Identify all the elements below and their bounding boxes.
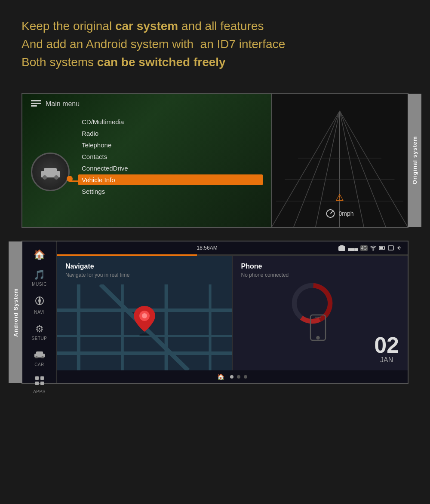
wifi-icon xyxy=(370,245,377,250)
svg-rect-1 xyxy=(44,168,57,173)
original-screen: Main menu CD/Multimedia Radio Telephone xyxy=(22,94,408,227)
phone-card: Phone No phone connected xyxy=(232,256,408,370)
sidebar-home[interactable]: 🏠 xyxy=(22,246,56,264)
svg-rect-28 xyxy=(40,376,44,380)
apps-icon xyxy=(35,376,44,388)
orig-menu-header: Main menu xyxy=(31,100,263,108)
android-bottom-nav: 🏠 xyxy=(57,370,408,383)
menu-item-settings: Settings xyxy=(78,186,263,197)
android-main: 18:56AM ▄▄▄ 4G xyxy=(57,241,408,383)
svg-rect-36 xyxy=(384,247,385,249)
android-system-label: Android System xyxy=(9,241,22,383)
menu-item-cd: CD/Multimedia xyxy=(78,116,263,127)
status-icons: ▄▄▄ 4G xyxy=(338,245,401,251)
road-view xyxy=(272,94,408,227)
android-sidebar: 🏠 🎵 MUSIC NAVI ⚙ SETUP xyxy=(22,241,57,383)
orig-left-panel: Main menu CD/Multimedia Radio Telephone xyxy=(22,94,272,227)
nav-dot-1 xyxy=(230,375,233,379)
svg-point-2 xyxy=(43,175,47,180)
location-pin xyxy=(132,304,157,336)
status-time: 18:56AM xyxy=(197,245,218,251)
menu-item-contacts: Contacts xyxy=(78,151,263,162)
camera-icon xyxy=(338,245,346,251)
svg-point-51 xyxy=(142,313,147,318)
android-cards: Navigate Navigate for you in real time xyxy=(57,256,408,370)
menu-item-telephone: Telephone xyxy=(78,140,263,150)
svg-rect-33 xyxy=(340,245,344,247)
svg-rect-27 xyxy=(35,376,39,380)
music-icon: 🎵 xyxy=(34,269,45,281)
svg-point-3 xyxy=(54,175,58,180)
header-line-3: Both systems can be switched freely xyxy=(22,53,408,71)
sidebar-car[interactable]: CAR xyxy=(22,346,56,370)
header-section: Keep the original car system and all fea… xyxy=(0,0,430,84)
svg-point-57 xyxy=(317,336,319,339)
signal-bars: ▄▄▄ xyxy=(348,245,358,250)
orig-car-icon xyxy=(31,153,70,191)
svg-point-34 xyxy=(373,250,374,250)
sidebar-navi[interactable]: NAVI xyxy=(22,292,56,318)
phone-subtitle: No phone connected xyxy=(241,272,399,278)
lte-badge: 4G xyxy=(360,245,368,251)
orig-menu-items: CD/Multimedia Radio Telephone Contacts C… xyxy=(78,116,263,197)
orig-right-panel: 45L xyxy=(272,94,408,227)
svg-rect-37 xyxy=(380,247,383,249)
car-icon xyxy=(34,350,46,361)
phone-title: Phone xyxy=(241,263,399,270)
navi-icon xyxy=(34,296,45,309)
speed-reading: 0mph xyxy=(326,209,353,218)
svg-rect-30 xyxy=(40,382,44,385)
sidebar-apps[interactable]: APPS xyxy=(22,373,56,397)
svg-rect-29 xyxy=(35,382,39,385)
menu-item-radio: Radio xyxy=(78,128,263,139)
bottom-home-icon: 🏠 xyxy=(217,373,224,380)
home-icon: 🏠 xyxy=(34,249,45,260)
menu-item-connected: ConnectedDrive xyxy=(78,163,263,174)
warning-icon: ⚠ xyxy=(335,192,344,203)
navigate-card: Navigate Navigate for you in real time xyxy=(57,256,232,370)
menu-icon xyxy=(31,100,41,108)
original-system-container: Original system Main menu xyxy=(22,93,408,228)
header-line-2: And add an Android system with an ID7 in… xyxy=(22,35,408,53)
date-display: 02 JAN xyxy=(374,334,399,364)
nav-dot-2 xyxy=(237,375,240,379)
setup-icon: ⚙ xyxy=(35,324,44,335)
svg-point-32 xyxy=(341,247,343,250)
battery-icon xyxy=(379,245,386,250)
date-day: 02 xyxy=(374,334,399,356)
svg-point-49 xyxy=(139,333,150,336)
screen-icon xyxy=(388,245,394,250)
android-system-container: Android System 🏠 🎵 MUSIC NAVI xyxy=(22,241,408,384)
android-screen: 🏠 🎵 MUSIC NAVI ⚙ SETUP xyxy=(22,241,408,383)
svg-line-21 xyxy=(330,211,332,214)
back-icon xyxy=(396,245,401,250)
sidebar-music[interactable]: 🎵 MUSIC xyxy=(22,266,56,290)
svg-rect-24 xyxy=(36,351,43,355)
header-line-1: Keep the original car system and all fea… xyxy=(22,17,408,35)
android-status-bar: 18:56AM ▄▄▄ 4G xyxy=(57,241,408,254)
menu-item-vehicle-info[interactable]: Vehicle Info xyxy=(78,174,263,185)
navigate-subtitle: Navigate for you in real time xyxy=(65,272,224,278)
navigate-title: Navigate xyxy=(65,263,224,270)
original-system-label: Original system xyxy=(408,94,421,227)
sidebar-setup[interactable]: ⚙ SETUP xyxy=(22,320,56,344)
menu-header-text: Main menu xyxy=(46,100,80,108)
nav-dot-3 xyxy=(244,375,247,379)
phone-device-icon xyxy=(308,314,328,347)
svg-rect-38 xyxy=(388,246,393,250)
